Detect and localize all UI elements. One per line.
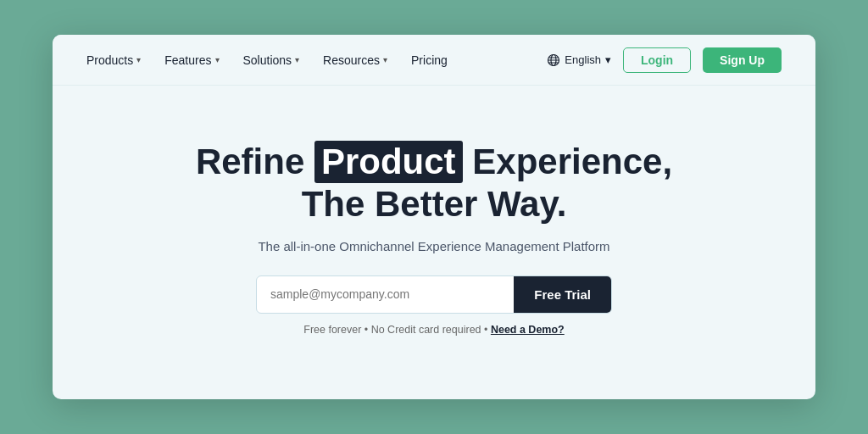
hero-title-after: Experience, xyxy=(472,142,672,181)
login-button[interactable]: Login xyxy=(623,47,691,73)
email-input[interactable] xyxy=(257,276,514,312)
hero-section: Refine Product Experience, The Better Wa… xyxy=(53,86,815,399)
language-selector[interactable]: English ▾ xyxy=(547,53,611,67)
nav-item-solutions[interactable]: Solutions ▾ xyxy=(243,53,300,67)
hero-title: Refine Product Experience, The Better Wa… xyxy=(196,141,672,225)
hero-subtitle: The all-in-one Omnichannel Experience Ma… xyxy=(258,239,609,253)
browser-window: Products ▾ Features ▾ Solutions ▾ Resour… xyxy=(53,35,815,399)
nav-item-pricing[interactable]: Pricing xyxy=(411,53,448,67)
chevron-down-icon: ▾ xyxy=(295,55,299,64)
nav-resources-label: Resources xyxy=(323,53,380,67)
nav-item-products[interactable]: Products ▾ xyxy=(86,53,141,67)
nav-products-label: Products xyxy=(86,53,133,67)
nav-solutions-label: Solutions xyxy=(243,53,292,67)
hero-title-highlight: Product xyxy=(314,141,463,183)
signup-button[interactable]: Sign Up xyxy=(703,47,782,73)
navbar: Products ▾ Features ▾ Solutions ▾ Resour… xyxy=(53,35,815,86)
need-demo-link[interactable]: Need a Demo? xyxy=(491,324,565,336)
nav-item-features[interactable]: Features ▾ xyxy=(164,53,219,67)
nav-left: Products ▾ Features ▾ Solutions ▾ Resour… xyxy=(86,53,448,67)
chevron-down-icon: ▾ xyxy=(215,55,220,64)
cta-form: Free Trial xyxy=(256,275,612,314)
free-trial-button[interactable]: Free Trial xyxy=(514,276,611,313)
hero-title-before: Refine xyxy=(196,142,304,181)
nav-right: English ▾ Login Sign Up xyxy=(547,47,782,73)
globe-icon xyxy=(547,53,560,67)
language-label: English xyxy=(565,53,601,66)
nav-item-resources[interactable]: Resources ▾ xyxy=(323,53,387,67)
chevron-down-icon: ▾ xyxy=(383,55,387,64)
nav-features-label: Features xyxy=(164,53,211,67)
chevron-down-icon: ▾ xyxy=(605,53,611,66)
cta-note: Free forever • No Credit card required •… xyxy=(303,324,565,336)
chevron-down-icon: ▾ xyxy=(136,55,141,64)
hero-title-line2: The Better Way. xyxy=(302,184,567,224)
